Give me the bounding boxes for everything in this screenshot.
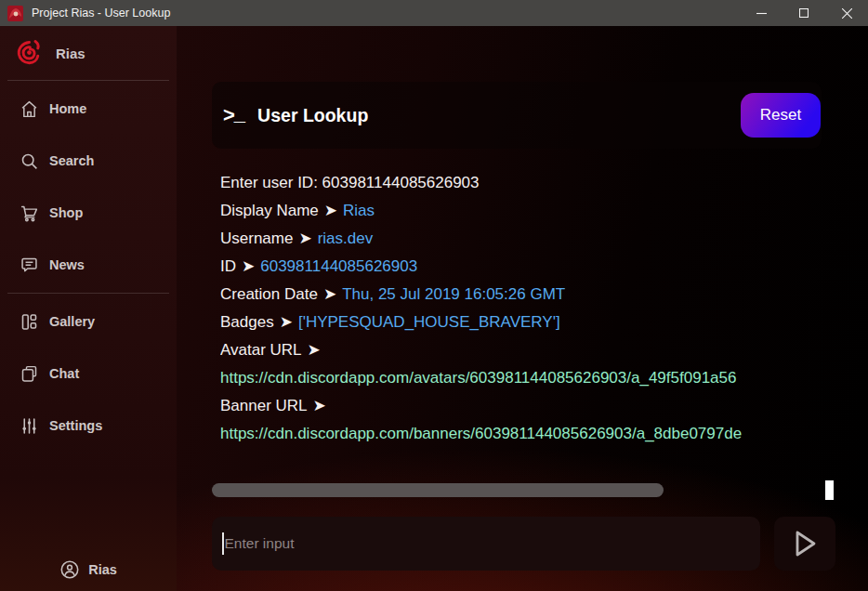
rias-logo-icon	[12, 36, 46, 71]
console-label: Avatar URL	[220, 341, 302, 359]
console-label: Username	[220, 230, 293, 247]
sidebar-item-shop[interactable]: Shop	[0, 187, 177, 239]
console-value: rias.dev	[318, 230, 374, 247]
console-label: Display Name	[220, 202, 319, 219]
horizontal-scrollbar-thumb[interactable]	[212, 483, 664, 497]
console-arrow: ➤	[308, 341, 321, 359]
sidebar-user[interactable]: Rias	[0, 559, 177, 580]
settings-sliders-icon	[20, 416, 39, 436]
sidebar-item-label: Shop	[49, 205, 83, 220]
console-label: Creation Date	[220, 285, 318, 303]
console-arrow: ➤	[313, 397, 326, 414]
console-line: Avatar URL➤	[220, 336, 821, 364]
close-button[interactable]	[825, 0, 868, 26]
console-value: ['HYPESQUAD_HOUSE_BRAVERY']	[298, 313, 560, 331]
sidebar-item-label: Search	[49, 153, 94, 168]
sidebar-item-label: Home	[49, 101, 86, 116]
sidebar-item-settings[interactable]: Settings	[0, 400, 177, 452]
vertical-scrollbar-thumb[interactable]	[825, 480, 834, 500]
console-line: https://cdn.discordapp.com/avatars/60398…	[220, 364, 821, 392]
title-bar: Project Rias - User Lookup	[0, 0, 868, 26]
terminal-prompt-icon: >_	[223, 105, 244, 125]
console-arrow: ➤	[324, 202, 337, 219]
console-value: Rias	[343, 202, 375, 219]
app-window: Project Rias - User Lookup	[0, 0, 868, 591]
search-icon	[20, 151, 39, 171]
console-line: ID➤603981144085626903	[220, 253, 821, 281]
console-url: https://cdn.discordapp.com/avatars/60398…	[220, 369, 736, 387]
reset-button[interactable]: Reset	[741, 93, 821, 138]
sidebar-user-label: Rias	[88, 562, 117, 577]
sidebar-item-chat[interactable]: Chat	[0, 348, 177, 400]
sidebar-nav-secondary: GalleryChatSettings	[0, 294, 177, 453]
sidebar-logo: Rias	[0, 26, 177, 80]
command-input[interactable]	[224, 517, 761, 571]
gallery-grid-icon	[20, 312, 39, 332]
console-label: Badges	[220, 313, 274, 331]
shop-cart-icon	[20, 204, 39, 223]
console-line: Enter user ID: 603981144085626903	[220, 169, 821, 197]
console-label: ID	[220, 257, 236, 275]
page-title: User Lookup	[257, 105, 368, 126]
app-icon	[7, 6, 23, 21]
console-line: https://cdn.discordapp.com/banners/60398…	[220, 420, 821, 448]
minimize-button[interactable]	[740, 0, 783, 26]
send-triangle-icon	[791, 529, 819, 558]
main-content: >_ User Lookup Reset Enter user ID: 6039…	[177, 26, 868, 591]
console-url: https://cdn.discordapp.com/banners/60398…	[220, 425, 742, 442]
sidebar-item-label: Chat	[49, 366, 79, 381]
window-controls	[740, 0, 868, 26]
sidebar-item-label: Gallery	[49, 314, 95, 329]
window-title: Project Rias - User Lookup	[32, 7, 170, 20]
maximize-button[interactable]	[783, 0, 825, 26]
command-input-box[interactable]	[212, 517, 760, 571]
console-arrow: ➤	[280, 313, 293, 331]
home-icon	[20, 99, 39, 119]
console-arrow: ➤	[242, 257, 255, 275]
sidebar-item-gallery[interactable]: Gallery	[0, 296, 177, 348]
sidebar: Rias HomeSearchShopNews GalleryChatSetti…	[0, 26, 177, 591]
console-label: Banner URL	[220, 397, 308, 414]
chat-pages-icon	[20, 364, 39, 384]
console-line: Banner URL➤	[220, 392, 821, 420]
console-arrow: ➤	[323, 285, 336, 303]
console-line: Badges➤['HYPESQUAD_HOUSE_BRAVERY']	[220, 309, 821, 336]
sidebar-item-label: Settings	[49, 418, 102, 433]
sidebar-logo-label: Rias	[56, 46, 85, 61]
console-arrow: ➤	[298, 230, 311, 247]
sidebar-item-label: News	[49, 257, 85, 272]
sidebar-nav-primary: HomeSearchShopNews	[0, 81, 177, 293]
sidebar-item-home[interactable]: Home	[0, 83, 177, 135]
console-line: Display Name➤Rias	[220, 197, 821, 225]
send-button[interactable]	[774, 517, 835, 571]
sidebar-item-search[interactable]: Search	[0, 135, 177, 187]
console-value: 603981144085626903	[260, 257, 417, 275]
console-plain: Enter user ID: 603981144085626903	[220, 174, 480, 191]
console-line: Username➤rias.dev	[220, 225, 821, 253]
user-circle-icon	[59, 559, 80, 580]
console-line: Creation Date➤Thu, 25 Jul 2019 16:05:26 …	[220, 281, 821, 309]
news-message-icon	[20, 256, 39, 275]
console-value: Thu, 25 Jul 2019 16:05:26 GMT	[342, 285, 565, 303]
console-output: Enter user ID: 603981144085626903Display…	[220, 169, 821, 476]
sidebar-item-news[interactable]: News	[0, 239, 177, 291]
lookup-header-panel: >_ User Lookup Reset	[212, 82, 822, 149]
